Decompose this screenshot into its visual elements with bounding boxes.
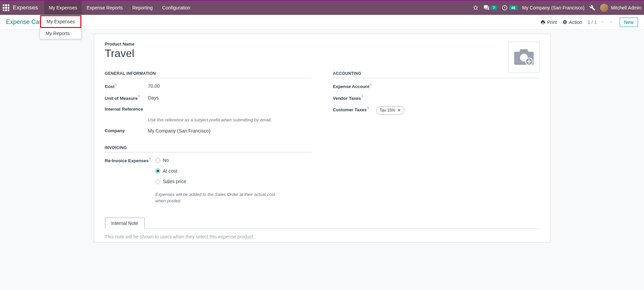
company-switcher[interactable]: My Company (San Francisco) <box>522 5 585 10</box>
gear-icon <box>562 20 567 25</box>
nav-configuration[interactable]: Configuration <box>158 1 195 15</box>
vendor-taxes-label: Vendor Taxes <box>333 95 376 102</box>
radio-icon <box>156 179 160 184</box>
uom-label: Unit of Measure <box>105 95 148 102</box>
nav-expense-reports[interactable]: Expense Reports <box>82 1 128 15</box>
messages-badge: 7 <box>491 5 497 10</box>
user-avatar <box>600 4 608 12</box>
uom-value[interactable]: Days <box>148 95 311 102</box>
nav-my-expenses[interactable]: My Expenses <box>44 1 82 15</box>
pager-next[interactable] <box>608 19 614 26</box>
dropdown-my-reports[interactable]: My Reports <box>40 28 81 39</box>
pager-value[interactable]: 1 / 1 <box>588 20 597 25</box>
debug-icon[interactable] <box>473 5 479 11</box>
my-expenses-dropdown: My Expenses My Reports <box>40 15 82 39</box>
left-column: GENERAL INFORMATION Cost 70.00 Unit of M… <box>105 71 311 209</box>
radio-no[interactable]: No <box>156 157 311 164</box>
tag-remove-icon[interactable]: ✕ <box>397 108 401 113</box>
section-invoicing: INVOICING <box>105 145 311 152</box>
company-label: Company <box>105 128 148 134</box>
app-title[interactable]: Expenses <box>13 4 38 11</box>
systray: 7 46 My Company (San Francisco) Mitchell… <box>473 1 641 15</box>
svg-rect-0 <box>474 6 477 9</box>
nav-reporting[interactable]: Reporting <box>128 1 158 15</box>
messages-icon[interactable]: 7 <box>483 5 497 11</box>
notebook: Internal Note This note will be shown to… <box>105 217 539 242</box>
chevron-left-icon <box>600 20 604 24</box>
activities-badge: 46 <box>509 5 517 10</box>
action-button[interactable]: Action <box>562 20 582 25</box>
apps-grid-icon[interactable] <box>3 4 9 11</box>
main-nav: My Expenses Expense Reports Reporting Co… <box>44 1 195 15</box>
cost-value[interactable]: 70.00 <box>148 83 311 90</box>
radio-at-cost[interactable]: At cost <box>156 168 311 175</box>
company-value[interactable]: My Company (San Francisco) <box>148 128 311 135</box>
pager-prev[interactable] <box>599 19 606 26</box>
tab-internal-note[interactable]: Internal Note <box>105 218 145 229</box>
pager: 1 / 1 <box>588 19 614 26</box>
print-button[interactable]: Print <box>540 20 557 25</box>
form-sheet: Product Name Travel GENERAL INFORMATION … <box>94 34 551 242</box>
section-general: GENERAL INFORMATION <box>105 71 311 78</box>
right-column: ACCOUNTING Expense Account Vendor Taxes … <box>333 71 539 209</box>
customer-taxes-label: Customer Taxes <box>333 106 376 113</box>
camera-add-icon <box>513 48 534 66</box>
radio-sales-price[interactable]: Sales price <box>156 178 311 185</box>
note-placeholder[interactable]: This note will be shown to users when th… <box>105 234 539 242</box>
activities-icon[interactable]: 46 <box>502 5 517 11</box>
product-name-label: Product Name <box>105 41 539 47</box>
expense-account-label: Expense Account <box>333 83 376 90</box>
reinvoice-help: Expenses will be added to the Sales Orde… <box>156 191 284 204</box>
top-navbar: Expenses My Expenses Expense Reports Rep… <box>0 0 644 15</box>
image-upload[interactable] <box>508 41 539 72</box>
control-panel: Expense Cat Print Action 1 / 1 New <box>0 15 644 30</box>
customer-taxes-value[interactable]: Tax 15% ✕ <box>376 106 539 115</box>
user-name: Mitchell Admin <box>611 5 641 10</box>
print-icon <box>540 20 545 25</box>
breadcrumb[interactable]: Expense Cat <box>6 19 41 26</box>
chevron-right-icon <box>609 20 613 24</box>
reinvoice-label: Re-Invoice Expenses <box>105 157 156 164</box>
tools-icon[interactable] <box>589 5 595 11</box>
radio-icon <box>156 169 160 173</box>
new-button[interactable]: New <box>620 18 638 27</box>
cost-label: Cost <box>105 83 148 90</box>
user-menu[interactable]: Mitchell Admin <box>600 4 641 12</box>
radio-icon <box>156 158 160 163</box>
internal-ref-label: Internal Reference <box>105 106 148 112</box>
tax-tag: Tax 15% ✕ <box>376 106 404 115</box>
internal-ref-help: Use this reference as a subject prefix w… <box>148 117 311 123</box>
product-name-value[interactable]: Travel <box>105 47 539 60</box>
dropdown-my-expenses[interactable]: My Expenses <box>40 15 81 28</box>
